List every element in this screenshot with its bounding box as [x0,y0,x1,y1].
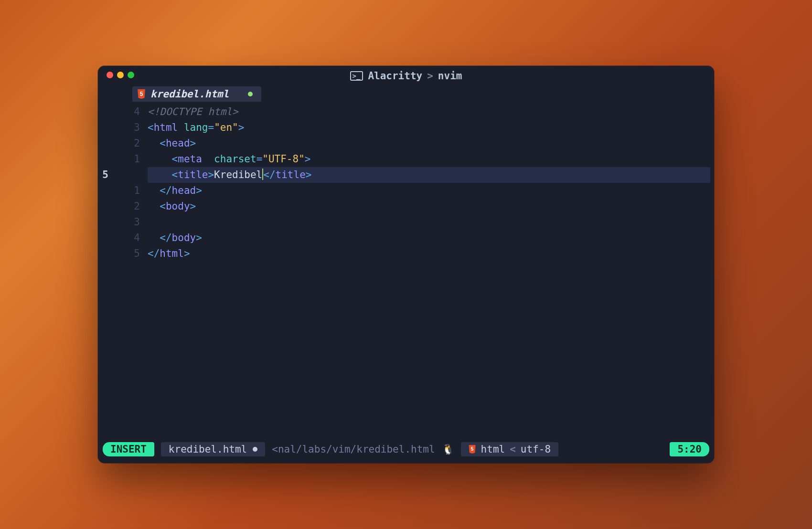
line-number-abs [98,246,113,262]
tab-filename: kredibel.html [150,88,229,100]
code-content[interactable]: <body> [148,199,710,214]
breadcrumb: >_ Alacritty > nvim [350,70,462,82]
code-line[interactable]: 5</html> [98,246,710,262]
statusbar: INSERT kredibel.html <nal/labs/vim/kredi… [103,441,709,457]
line-number-rel: 3 [113,120,148,136]
linux-icon: 🐧 [442,444,454,455]
line-number-abs [98,199,113,214]
line-number-rel: 5 [113,246,148,262]
code-line[interactable]: 4<!DOCTYPE html> [98,104,710,120]
line-number-rel: 2 [113,136,148,151]
status-filename: kredibel.html [161,442,265,456]
line-number-abs [98,136,113,151]
code-line[interactable]: 4 </body> [98,230,710,246]
close-icon[interactable] [107,72,113,78]
vim-mode: INSERT [103,442,154,456]
breadcrumb-item: Alacritty [368,70,422,82]
maximize-icon[interactable] [128,72,134,78]
line-number-abs [98,151,113,167]
cursor-position: 5:20 [670,442,709,456]
modified-dot-icon [248,92,253,96]
encoding-text: utf-8 [521,444,551,455]
code-content[interactable]: </html> [148,246,710,262]
line-number-rel: 3 [113,214,148,230]
line-number-rel: 1 [113,183,148,199]
code-content[interactable]: </body> [148,230,710,246]
traffic-lights [107,72,134,78]
line-number-rel: 4 [113,104,148,120]
titlebar: >_ Alacritty > nvim [98,66,714,86]
line-number-rel: 2 [113,199,148,214]
modified-dot-icon [253,447,257,452]
status-filename-text: kredibel.html [169,444,247,455]
breadcrumb-item: nvim [438,70,462,82]
chevron-left-icon: < [510,444,516,455]
filetype-text: html [481,444,505,455]
line-number-rel [113,167,148,183]
code-line[interactable]: 1 <meta charset="UTF-8"> [98,151,710,167]
code-line[interactable]: 3<html lang="en"> [98,120,710,136]
minimize-icon[interactable] [117,72,124,78]
line-number-abs [98,230,113,246]
terminal-window: >_ Alacritty > nvim kredibel.html 4<!DOC… [98,66,714,463]
code-content[interactable]: <!DOCTYPE html> [148,104,710,120]
code-line[interactable]: 1 </head> [98,183,710,199]
code-content[interactable]: </head> [148,183,710,199]
terminal-icon: >_ [350,71,363,81]
code-content[interactable]: <html lang="en"> [148,120,710,136]
status-path: <nal/labs/vim/kredibel.html [272,444,435,455]
tabbar: kredibel.html [98,86,714,102]
code-content[interactable]: <head> [148,136,710,151]
code-line[interactable]: 2 <body> [98,199,710,214]
status-filetype: html < utf-8 [461,442,558,456]
editor[interactable]: 4<!DOCTYPE html>3<html lang="en">2 <head… [98,102,714,441]
chevron-right-icon: > [427,70,433,82]
line-number-rel: 1 [113,151,148,167]
line-number-abs [98,183,113,199]
html5-icon [469,445,476,454]
line-number-abs: 5 [98,167,113,183]
code-content[interactable]: <title>Kredibel</title> [148,167,710,183]
html5-icon [137,89,146,99]
tab-file[interactable]: kredibel.html [132,86,261,102]
code-line[interactable]: 3 [98,214,710,230]
code-line[interactable]: 2 <head> [98,136,710,151]
code-content[interactable] [148,214,710,230]
line-number-abs [98,104,113,120]
line-number-abs [98,120,113,136]
code-line[interactable]: 5 <title>Kredibel</title> [98,167,710,183]
line-number-abs [98,214,113,230]
code-content[interactable]: <meta charset="UTF-8"> [148,151,710,167]
line-number-rel: 4 [113,230,148,246]
